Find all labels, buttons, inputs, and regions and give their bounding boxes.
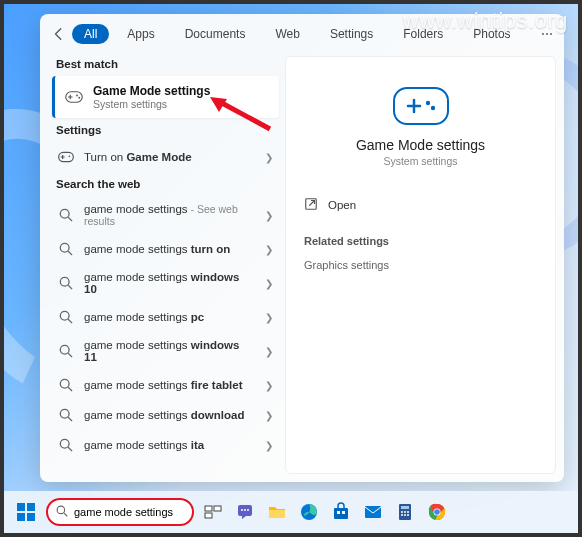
related-settings-label: Related settings [304, 235, 537, 247]
search-icon [58, 275, 74, 291]
chevron-right-icon: ❯ [265, 440, 273, 451]
windows-logo-icon [17, 503, 35, 521]
tab-settings[interactable]: Settings [318, 24, 385, 44]
web-section-label: Search the web [56, 178, 275, 190]
web-result[interactable]: game mode settings download ❯ [52, 400, 279, 430]
web-result-text: game mode settings pc [84, 311, 204, 323]
web-result-text: game mode settings windows 10 [84, 271, 255, 295]
web-result-text: game mode settings download [84, 409, 244, 421]
svg-point-40 [434, 509, 440, 515]
web-result[interactable]: game mode settings pc ❯ [52, 302, 279, 332]
settings-item-text: Turn on Game Mode [84, 151, 192, 163]
svg-rect-27 [337, 511, 340, 514]
open-action[interactable]: Open [302, 191, 539, 219]
taskbar-search-input[interactable] [74, 506, 184, 518]
search-icon [58, 437, 74, 453]
web-result[interactable]: game mode settings windows 11 ❯ [52, 332, 279, 370]
tab-documents[interactable]: Documents [173, 24, 258, 44]
back-button[interactable] [52, 22, 66, 46]
chevron-right-icon: ❯ [265, 410, 273, 421]
open-icon [304, 197, 318, 213]
svg-rect-29 [365, 506, 381, 518]
edge-icon[interactable] [296, 499, 322, 525]
svg-point-11 [60, 409, 69, 418]
svg-point-13 [425, 101, 429, 105]
web-result[interactable]: game mode settings turn on ❯ [52, 234, 279, 264]
web-result[interactable]: game mode settings - See web results ❯ [52, 196, 279, 234]
taskbar-search-box[interactable] [46, 498, 194, 526]
search-icon [58, 309, 74, 325]
svg-point-5 [60, 209, 69, 218]
search-icon [58, 207, 74, 223]
svg-point-16 [57, 506, 65, 514]
svg-point-36 [404, 514, 406, 516]
web-result[interactable]: game mode settings fire tablet ❯ [52, 370, 279, 400]
store-icon[interactable] [328, 499, 354, 525]
web-result-text: game mode settings fire tablet [84, 379, 243, 391]
tab-web[interactable]: Web [263, 24, 311, 44]
svg-point-2 [78, 97, 80, 99]
chevron-right-icon: ❯ [265, 278, 273, 289]
web-result-text: game mode settings - See web results [84, 203, 255, 227]
svg-point-14 [430, 106, 434, 110]
taskbar [4, 491, 578, 533]
details-subtitle: System settings [302, 155, 539, 167]
svg-point-6 [60, 243, 69, 252]
web-result-text: game mode settings ita [84, 439, 204, 451]
start-button[interactable] [12, 498, 40, 526]
web-result-text: game mode settings windows 11 [84, 339, 255, 363]
results-column: Best match Game Mode settings System set… [40, 52, 285, 482]
svg-point-9 [60, 345, 69, 354]
tab-all[interactable]: All [72, 24, 109, 44]
svg-point-35 [401, 514, 403, 516]
chevron-right-icon: ❯ [265, 312, 273, 323]
svg-rect-19 [205, 513, 212, 518]
svg-point-21 [244, 509, 246, 511]
svg-point-32 [401, 511, 403, 513]
search-panel: All Apps Documents Web Settings Folders … [40, 14, 564, 482]
details-pane: Game Mode settings System settings Open … [285, 56, 556, 474]
search-icon [56, 503, 68, 521]
chevron-right-icon: ❯ [265, 346, 273, 357]
svg-point-1 [76, 95, 78, 97]
svg-point-7 [60, 277, 69, 286]
svg-point-33 [404, 511, 406, 513]
svg-rect-18 [214, 506, 221, 511]
tab-apps[interactable]: Apps [115, 24, 166, 44]
chat-icon[interactable] [232, 499, 258, 525]
gamepad-icon [65, 88, 83, 106]
svg-point-37 [407, 514, 409, 516]
svg-point-4 [69, 156, 71, 158]
chevron-right-icon: ❯ [265, 244, 273, 255]
svg-point-34 [407, 511, 409, 513]
settings-item[interactable]: Turn on Game Mode ❯ [52, 142, 279, 172]
svg-rect-28 [342, 511, 345, 514]
search-icon [58, 343, 74, 359]
open-label: Open [328, 199, 356, 211]
web-result[interactable]: game mode settings windows 10 ❯ [52, 264, 279, 302]
task-view-icon[interactable] [200, 499, 226, 525]
related-setting-item[interactable]: Graphics settings [302, 255, 539, 275]
svg-point-23 [247, 509, 249, 511]
calculator-icon[interactable] [392, 499, 418, 525]
mail-icon[interactable] [360, 499, 386, 525]
svg-rect-31 [401, 506, 409, 509]
svg-rect-24 [269, 510, 285, 518]
svg-point-8 [60, 311, 69, 320]
svg-point-22 [241, 509, 243, 511]
search-icon [58, 241, 74, 257]
details-title: Game Mode settings [302, 137, 539, 153]
file-explorer-icon[interactable] [264, 499, 290, 525]
best-match-item[interactable]: Game Mode settings System settings [52, 76, 279, 118]
gamepad-icon [58, 149, 74, 165]
chevron-right-icon: ❯ [265, 152, 273, 163]
chevron-right-icon: ❯ [265, 210, 273, 221]
chrome-icon[interactable] [424, 499, 450, 525]
watermark-text: www.wintips.org [403, 8, 568, 34]
search-icon [58, 377, 74, 393]
svg-rect-26 [334, 508, 348, 519]
best-match-title: Game Mode settings [93, 84, 210, 98]
settings-section-label: Settings [56, 124, 275, 136]
web-result[interactable]: game mode settings ita ❯ [52, 430, 279, 460]
chevron-right-icon: ❯ [265, 380, 273, 391]
